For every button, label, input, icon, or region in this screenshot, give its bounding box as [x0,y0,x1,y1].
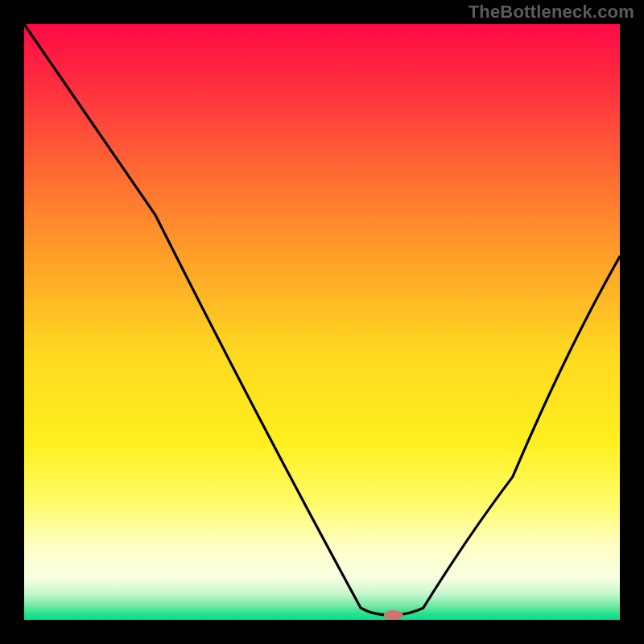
optimum-marker [384,610,403,620]
bottleneck-chart [0,0,644,644]
chart-container: TheBottleneck.com [0,0,644,644]
plot-background [24,24,620,620]
watermark-text: TheBottleneck.com [469,2,634,23]
